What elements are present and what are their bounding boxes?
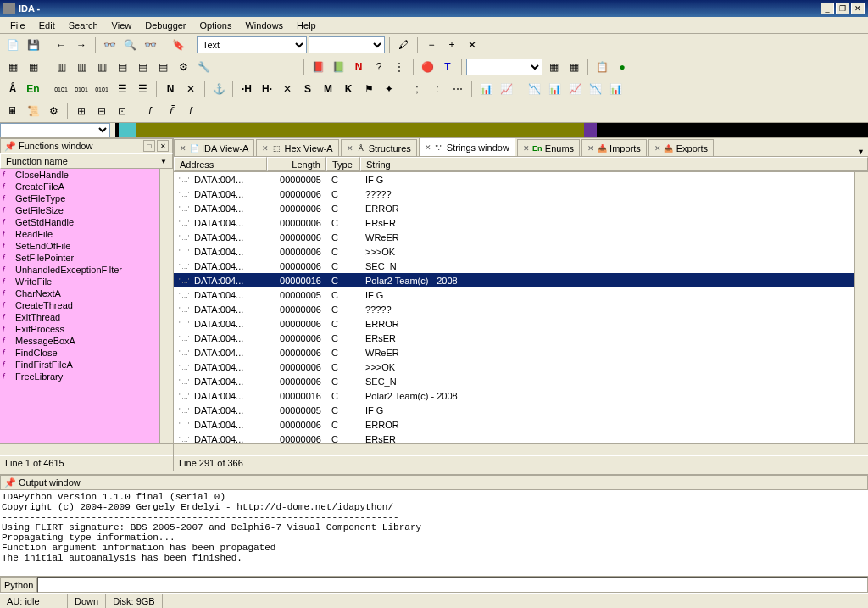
col-type[interactable]: Type <box>326 157 360 171</box>
function-item[interactable]: UnhandledExceptionFilter <box>0 264 159 276</box>
tb3-1[interactable]: 📕 <box>309 58 327 76</box>
string-row[interactable]: "..."DATA:004...00000016CPolar2 Team(c) … <box>174 388 854 403</box>
string-row[interactable]: "..."DATA:004...00000006C????? <box>174 187 854 201</box>
data-5[interactable]: ☰ <box>133 80 152 98</box>
strings-scrollbar-h[interactable] <box>174 443 868 455</box>
menu-view[interactable]: View <box>105 19 139 32</box>
tb3-t[interactable]: T <box>438 58 457 76</box>
x-button2[interactable]: ✕ <box>181 80 200 98</box>
string-row[interactable]: "..."DATA:004...00000005CIF G <box>174 287 854 302</box>
string-row[interactable]: "..."DATA:004...00000006CWReER <box>174 345 854 360</box>
x-fmt-button[interactable]: ✕ <box>278 80 297 98</box>
string-row[interactable]: "..."DATA:004...00000006C>>>OK <box>174 244 854 259</box>
string-row[interactable]: "..."DATA:004...00000005CIF G <box>174 172 854 187</box>
back-button[interactable]: ← <box>52 36 70 54</box>
semi-button[interactable]: ; <box>408 80 426 98</box>
tb2-7[interactable]: ▤ <box>133 58 152 76</box>
tb2-1[interactable]: ▦ <box>3 58 22 76</box>
tab-imports[interactable]: ✕📥Imports <box>581 139 647 156</box>
chart-2[interactable]: 📊 <box>545 80 564 98</box>
tab-hex-view-a[interactable]: ✕⬚Hex View-A <box>256 139 338 156</box>
function-item[interactable]: FindFirstFileA <box>0 359 159 371</box>
data-2[interactable]: 0101 <box>72 80 91 98</box>
en-button[interactable]: En <box>24 80 42 98</box>
tab-enums[interactable]: ✕EnEnums <box>517 139 580 156</box>
chart-4[interactable]: 📉 <box>586 80 604 98</box>
tb3-n[interactable]: N <box>349 58 368 76</box>
tab-strings-window[interactable]: ✕"."Strings window <box>419 138 515 156</box>
string-row[interactable]: "..."DATA:004...00000006CERROR <box>174 201 854 215</box>
function-item[interactable]: ExitThread <box>0 311 159 323</box>
colon-button[interactable]: : <box>428 80 447 98</box>
function-item[interactable]: GetFileType <box>0 192 159 204</box>
function-item[interactable]: CloseHandle <box>0 169 159 181</box>
tab-close-icon[interactable]: ✕ <box>347 144 353 153</box>
tb2-10[interactable]: 🔧 <box>194 58 213 76</box>
function-item[interactable]: WriteFile <box>0 276 159 287</box>
run-button[interactable]: ● <box>613 58 632 76</box>
flag-button[interactable]: ⚑ <box>359 80 378 98</box>
chart-3[interactable]: 📈 <box>565 80 584 98</box>
star-button[interactable]: ✦ <box>380 80 398 98</box>
tb3-4[interactable]: ? <box>370 58 388 76</box>
function-item[interactable]: CharNextA <box>0 287 159 299</box>
tab-close-icon[interactable]: ✕ <box>180 144 186 153</box>
function-item[interactable]: ReadFile <box>0 228 159 240</box>
col-address[interactable]: Address <box>174 157 267 171</box>
col-length[interactable]: Length <box>267 157 326 171</box>
output-text[interactable]: IDAPython version 1.1.0 final (serial 0)… <box>0 490 868 576</box>
fn-3[interactable]: f <box>181 102 200 120</box>
h2-button[interactable]: H· <box>258 80 276 98</box>
graph-1[interactable]: 📊 <box>476 80 495 98</box>
minus-button[interactable]: − <box>422 36 441 54</box>
function-item[interactable]: GetFileSize <box>0 204 159 216</box>
col-string[interactable]: String <box>360 157 868 171</box>
tb2-5[interactable]: ▥ <box>92 58 111 76</box>
data-4[interactable]: ☰ <box>113 80 131 98</box>
k-button[interactable]: K <box>339 80 358 98</box>
nav-segment-olive[interactable] <box>136 123 584 137</box>
win-2[interactable]: ⊟ <box>92 102 111 120</box>
fn-1[interactable]: f <box>141 102 159 120</box>
function-item[interactable]: FindClose <box>0 347 159 359</box>
graph-2[interactable]: 📈 <box>497 80 515 98</box>
marker-button[interactable]: 🔖 <box>169 36 187 54</box>
panel-close-button[interactable]: ✕ <box>157 140 169 152</box>
tb2-4[interactable]: ▥ <box>72 58 91 76</box>
tab-ida-view-a[interactable]: ✕📄IDA View-A <box>174 139 254 156</box>
tab-exports[interactable]: ✕📤Exports <box>648 139 714 156</box>
calc-button[interactable]: 🖩 <box>3 102 22 120</box>
fn-2[interactable]: f̄ <box>161 102 180 120</box>
string-row[interactable]: "..."DATA:004...00000016CPolar2 Team(c) … <box>174 273 854 287</box>
function-item[interactable]: ExitProcess <box>0 323 159 335</box>
chart-1[interactable]: 📉 <box>525 80 543 98</box>
output-pin-icon[interactable]: 📌 <box>4 477 16 488</box>
win-1[interactable]: ⊞ <box>72 102 91 120</box>
combo2[interactable] <box>466 59 542 75</box>
tb3-2[interactable]: 📗 <box>329 58 348 76</box>
menu-search[interactable]: Search <box>62 19 105 32</box>
tb2-3[interactable]: ▥ <box>52 58 70 76</box>
strings-scrollbar[interactable] <box>854 172 868 443</box>
string-row[interactable]: "..."DATA:004...00000006C>>>OK <box>174 360 854 374</box>
close-button[interactable]: ✕ <box>851 3 865 14</box>
data-1[interactable]: 0101 <box>52 80 70 98</box>
menu-windows[interactable]: Windows <box>238 19 290 32</box>
a-button[interactable]: Å <box>3 80 22 98</box>
pin-icon[interactable]: 📌 <box>4 141 16 152</box>
menu-file[interactable]: File <box>3 19 32 32</box>
tb3-10[interactable]: 📋 <box>593 58 611 76</box>
tb3-9[interactable]: ▦ <box>565 58 583 76</box>
function-item[interactable]: MessageBoxA <box>0 335 159 347</box>
tab-close-icon[interactable]: ✕ <box>425 143 431 152</box>
highlight-button[interactable]: 🖍 <box>394 36 413 54</box>
column-header-function-name[interactable]: Function name▼ <box>0 153 173 169</box>
menu-help[interactable]: Help <box>290 19 323 32</box>
menu-options[interactable]: Options <box>193 19 239 32</box>
tb2-2[interactable]: ▦ <box>24 58 42 76</box>
search-value-combo[interactable] <box>309 36 385 53</box>
nav-combo[interactable] <box>0 123 110 137</box>
menu-debugger[interactable]: Debugger <box>138 19 192 32</box>
data-3[interactable]: 0101 <box>92 80 111 98</box>
nav-segment-teal[interactable] <box>119 123 136 137</box>
